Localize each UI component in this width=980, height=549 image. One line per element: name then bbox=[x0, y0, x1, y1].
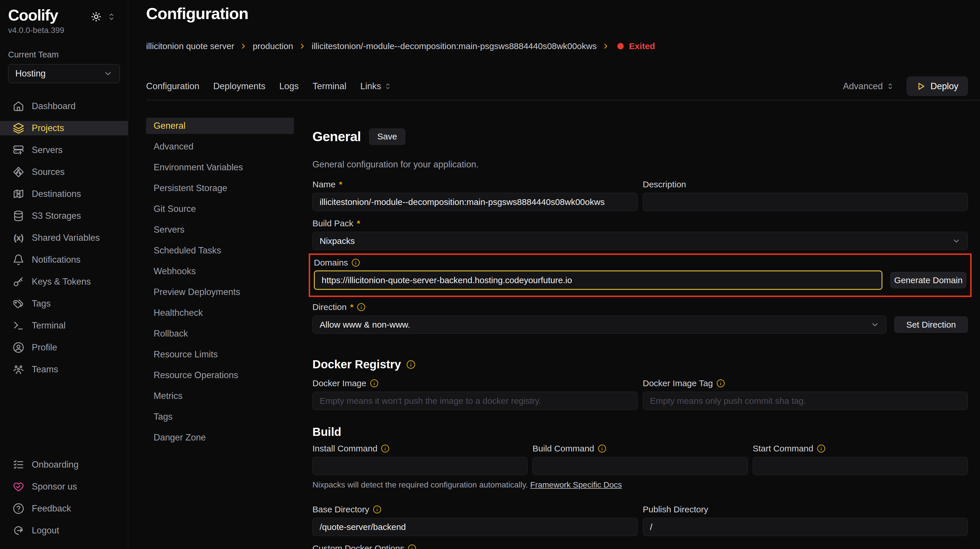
subnav-item-git-source[interactable]: Git Source bbox=[146, 201, 294, 217]
tab-links[interactable]: Links bbox=[360, 81, 391, 92]
section-title: General bbox=[312, 129, 361, 144]
info-icon bbox=[352, 258, 360, 267]
subnav-item-persistent-storage[interactable]: Persistent Storage bbox=[146, 180, 294, 196]
tabs-divider bbox=[146, 100, 980, 100]
base-directory-input[interactable] bbox=[312, 518, 638, 536]
set-direction-button[interactable]: Set Direction bbox=[894, 316, 968, 333]
sidebar-item-projects[interactable]: Projects bbox=[0, 121, 128, 135]
build-command-label: Build Command bbox=[533, 444, 748, 454]
start-command-input[interactable] bbox=[753, 457, 968, 475]
sidebar-item-tags[interactable]: Tags bbox=[0, 297, 128, 311]
breadcrumb-application[interactable]: illicitestonion/-module--decomposition:m… bbox=[312, 41, 597, 51]
sidebar-item-label: Onboarding bbox=[32, 460, 78, 470]
key-icon bbox=[13, 276, 24, 287]
docker-image-tag-input[interactable] bbox=[643, 392, 968, 410]
sidebar-item-shared-variables[interactable]: (x) Shared Variables bbox=[0, 231, 128, 245]
deploy-button[interactable]: Deploy bbox=[907, 76, 968, 96]
domains-input[interactable] bbox=[314, 270, 882, 290]
required-asterisk: * bbox=[350, 302, 353, 312]
breadcrumb-project[interactable]: illicitonion quote server bbox=[146, 41, 234, 51]
sidebar-item-label: Profile bbox=[32, 342, 57, 353]
sidebar-item-label: Sources bbox=[32, 167, 65, 177]
chevron-right-icon bbox=[298, 42, 306, 50]
description-input[interactable] bbox=[643, 193, 968, 211]
build-pack-label: Build Pack* bbox=[312, 219, 968, 228]
install-command-input[interactable] bbox=[312, 457, 528, 475]
updown-chevrons-icon[interactable] bbox=[108, 13, 115, 21]
subnav-item-advanced[interactable]: Advanced bbox=[146, 138, 294, 155]
subnav-item-environment-variables[interactable]: Environment Variables bbox=[146, 159, 294, 176]
sidebar-item-s3-storages[interactable]: S3 Storages bbox=[0, 209, 128, 223]
subnav-item-danger-zone[interactable]: Danger Zone bbox=[146, 430, 294, 446]
subnav-item-rollback[interactable]: Rollback bbox=[146, 325, 294, 342]
sidebar-item-label: Projects bbox=[32, 123, 64, 133]
chevron-right-icon bbox=[239, 42, 247, 50]
build-command-input[interactable] bbox=[533, 457, 748, 475]
subnav-item-metrics[interactable]: Metrics bbox=[146, 388, 294, 404]
sidebar-item-teams[interactable]: Teams bbox=[0, 362, 128, 377]
publish-directory-input[interactable] bbox=[643, 518, 968, 536]
tabs: Configuration Deployments Logs Terminal … bbox=[146, 81, 391, 92]
subnav-item-healthcheck[interactable]: Healthcheck bbox=[146, 305, 294, 321]
current-team-label: Current Team bbox=[0, 50, 128, 59]
subnav-item-servers[interactable]: Servers bbox=[146, 222, 294, 238]
breadcrumb-environment[interactable]: production bbox=[253, 41, 293, 51]
generate-domain-button[interactable]: Generate Domain bbox=[890, 272, 966, 288]
info-icon bbox=[408, 544, 416, 549]
sidebar-item-logout[interactable]: Logout bbox=[0, 523, 128, 538]
terminal-icon bbox=[13, 320, 24, 332]
subnav-item-resource-limits[interactable]: Resource Limits bbox=[146, 346, 294, 363]
sun-icon[interactable] bbox=[91, 11, 101, 22]
info-icon bbox=[716, 379, 725, 388]
subnav-item-scheduled-tasks[interactable]: Scheduled Tasks bbox=[146, 243, 294, 259]
section-description: General configuration for your applicati… bbox=[312, 159, 968, 170]
chevron-down-icon bbox=[952, 237, 961, 245]
sidebar-item-sponsor[interactable]: Sponsor us bbox=[0, 479, 128, 494]
nixpacks-note: Nixpacks will detect the required config… bbox=[312, 480, 968, 490]
sidebar-item-label: Feedback bbox=[32, 503, 71, 514]
main-content: Configuration illicitonion quote server … bbox=[128, 0, 980, 549]
sidebar-item-onboarding[interactable]: Onboarding bbox=[0, 457, 128, 472]
direction-select[interactable]: Allow www & non-www. bbox=[312, 316, 886, 334]
domains-label: Domains bbox=[314, 258, 966, 268]
framework-docs-link[interactable]: Framework Specific Docs bbox=[530, 480, 622, 489]
advanced-dropdown[interactable]: Advanced bbox=[843, 81, 893, 92]
tab-configuration[interactable]: Configuration bbox=[146, 81, 199, 92]
sidebar-item-terminal[interactable]: Terminal bbox=[0, 318, 128, 333]
sidebar-item-profile[interactable]: Profile bbox=[0, 340, 128, 355]
logout-icon bbox=[13, 525, 24, 536]
breadcrumb: illicitonion quote server production ill… bbox=[146, 41, 968, 51]
chevron-right-icon bbox=[602, 42, 610, 50]
sidebar-item-dashboard[interactable]: Dashboard bbox=[0, 99, 128, 113]
save-button[interactable]: Save bbox=[369, 129, 406, 145]
tab-logs[interactable]: Logs bbox=[279, 81, 299, 92]
subnav-item-preview-deployments[interactable]: Preview Deployments bbox=[146, 284, 294, 300]
sidebar-item-label: Servers bbox=[32, 145, 63, 155]
subnav-item-resource-operations[interactable]: Resource Operations bbox=[146, 367, 294, 383]
subnav-item-tags[interactable]: Tags bbox=[146, 409, 294, 425]
sidebar-item-destinations[interactable]: Destinations bbox=[0, 187, 128, 201]
sidebar-item-servers[interactable]: Servers bbox=[0, 143, 128, 157]
heart-icon bbox=[13, 481, 24, 492]
docker-image-label: Docker Image bbox=[312, 378, 638, 388]
subnav-item-general[interactable]: General bbox=[146, 118, 294, 134]
deploy-label: Deploy bbox=[931, 81, 959, 92]
build-pack-select[interactable]: Nixpacks bbox=[312, 232, 968, 250]
info-icon bbox=[373, 505, 382, 514]
sidebar-item-keys-tokens[interactable]: Keys & Tokens bbox=[0, 274, 128, 289]
sidebar-item-label: Teams bbox=[32, 364, 58, 374]
updown-chevrons-icon bbox=[385, 83, 391, 90]
status-badge: Exited bbox=[629, 41, 655, 51]
sidebar-item-label: Keys & Tokens bbox=[32, 276, 91, 287]
sidebar-item-sources[interactable]: Sources bbox=[0, 165, 128, 179]
sidebar-item-feedback[interactable]: Feedback bbox=[0, 501, 128, 516]
docker-image-input[interactable] bbox=[312, 392, 638, 410]
subnav-item-webhooks[interactable]: Webhooks bbox=[146, 263, 294, 279]
info-icon bbox=[817, 444, 826, 453]
name-input[interactable] bbox=[312, 193, 638, 211]
custom-docker-options-label: Custom Docker Options bbox=[312, 544, 968, 549]
sidebar-item-notifications[interactable]: Notifications bbox=[0, 252, 128, 267]
tab-deployments[interactable]: Deployments bbox=[213, 81, 266, 92]
team-select[interactable]: Hosting bbox=[8, 64, 120, 83]
tab-terminal[interactable]: Terminal bbox=[313, 81, 347, 92]
